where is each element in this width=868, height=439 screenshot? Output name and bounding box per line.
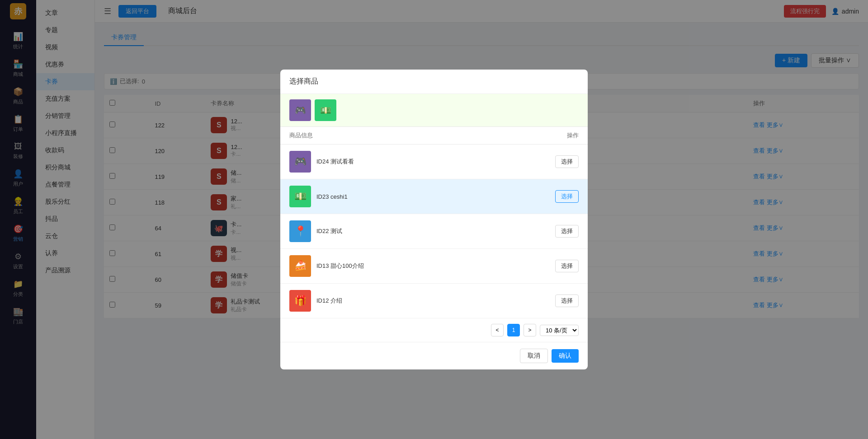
modal-body: 🎮 💵 商品信息 操作 🎮 ID24 测试看看 选择 💵 ID23: [280, 94, 588, 342]
select-product-button[interactable]: 选择: [555, 190, 579, 203]
product-info: ID22 测试: [316, 227, 550, 235]
select-product-button[interactable]: 选择: [555, 225, 579, 238]
select-product-button[interactable]: 选择: [555, 260, 579, 272]
select-product-button[interactable]: 选择: [555, 155, 579, 168]
selected-preview: 🎮 💵: [280, 94, 588, 127]
modal-product-item: 🍰 ID13 甜心100介绍 选择: [280, 249, 588, 284]
modal-product-item: 🎁 ID12 介绍 选择: [280, 284, 588, 318]
product-info: ID24 测试看看: [316, 158, 550, 166]
select-product-button[interactable]: 选择: [555, 294, 579, 307]
product-info: ID12 介绍: [316, 297, 550, 305]
modal-product-item: 📍 ID22 测试 选择: [280, 214, 588, 249]
modal-table-header: 商品信息 操作: [280, 127, 588, 145]
product-info: ID13 甜心100介绍: [316, 262, 550, 270]
modal-pagination: < 1 > 10 条/页 20 条/页: [280, 318, 588, 342]
page-size-select[interactable]: 10 条/页 20 条/页: [540, 325, 579, 336]
product-thumbnail: 🎮: [289, 151, 311, 173]
modal-footer: 取消 确认: [280, 342, 588, 369]
select-product-modal: 选择商品 🎮 💵 商品信息 操作 🎮 ID24 测试看看: [280, 70, 588, 369]
modal-title: 选择商品: [280, 70, 588, 94]
preview-thumb-green: 💵: [315, 99, 336, 121]
action-header: 操作: [567, 131, 579, 140]
next-page-button[interactable]: >: [524, 324, 536, 336]
product-thumbnail: 📍: [289, 220, 311, 242]
product-thumbnail: 💵: [289, 186, 311, 207]
product-info: ID23 ceshi1: [316, 193, 550, 200]
product-list: 🎮 ID24 测试看看 选择 💵 ID23 ceshi1 选择 📍 ID22 测…: [280, 145, 588, 318]
prev-page-button[interactable]: <: [491, 324, 504, 336]
modal-product-item: 💵 ID23 ceshi1 选择: [280, 179, 588, 214]
current-page-button[interactable]: 1: [507, 324, 520, 336]
product-thumbnail: 🍰: [289, 255, 311, 277]
preview-thumb-purple: 🎮: [289, 99, 311, 121]
modal-product-item: 🎮 ID24 测试看看 选择: [280, 145, 588, 179]
modal-overlay[interactable]: 选择商品 🎮 💵 商品信息 操作 🎮 ID24 测试看看: [0, 0, 868, 439]
cancel-button[interactable]: 取消: [520, 349, 548, 363]
product-info-header: 商品信息: [289, 131, 313, 140]
confirm-button[interactable]: 确认: [552, 349, 579, 363]
product-thumbnail: 🎁: [289, 290, 311, 312]
